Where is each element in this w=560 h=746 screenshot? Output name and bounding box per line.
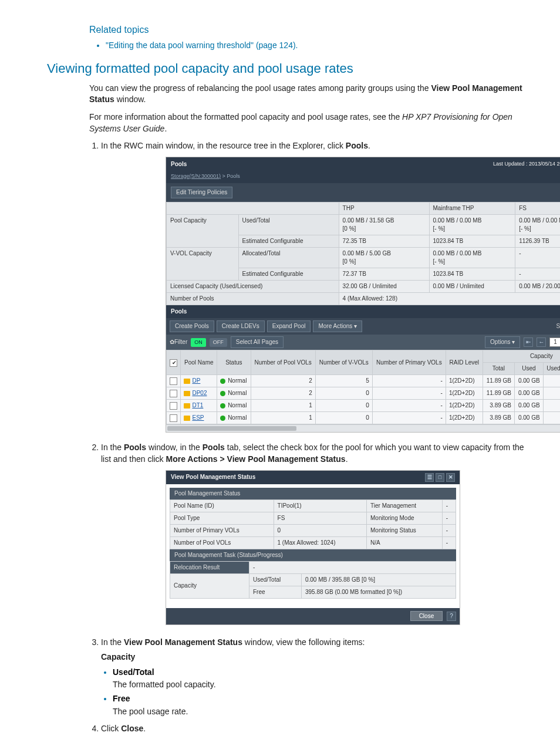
- titlebar: View Pool Management Status ☰ □ ✕: [166, 471, 460, 484]
- titlebar: Pools Last Updated : 2013/05/14 20:51 ↻ …: [166, 157, 560, 171]
- filter-off[interactable]: OFF: [210, 338, 227, 347]
- close-icon[interactable]: ✕: [446, 473, 455, 482]
- bold: View Pool Management Status: [124, 637, 242, 647]
- cell: 0.00 MB / 20.00 TB: [515, 281, 560, 293]
- col-pool-name[interactable]: Pool Name: [181, 350, 217, 375]
- row-checkbox[interactable]: [170, 414, 177, 422]
- pool-name-link[interactable]: ESP: [192, 414, 204, 421]
- col-raid[interactable]: RAID Level: [446, 350, 483, 375]
- text: .: [164, 124, 167, 133]
- table-row[interactable]: ESPNormal10-1(2D+2D)3.89 GB0.00 GB0: [167, 412, 561, 424]
- status-dot-icon: [220, 391, 225, 396]
- col-fs: FS: [515, 202, 560, 215]
- view-pool-mgmt-status-screenshot: View Pool Management Status ☰ □ ✕ Pool M…: [166, 470, 460, 625]
- pool-name-link[interactable]: DP02: [192, 390, 207, 396]
- pools-window-screenshot: Pools Last Updated : 2013/05/14 20:51 ↻ …: [166, 157, 560, 433]
- page-first-icon[interactable]: ⇤: [524, 337, 533, 347]
- value: -: [442, 512, 456, 524]
- cell: 32.00 GB / Unlimited: [339, 281, 429, 293]
- text: In the: [101, 443, 124, 452]
- col-total[interactable]: Total: [483, 363, 514, 375]
- expand-pool-button[interactable]: Expand Pool: [267, 320, 311, 332]
- text: In the RWC main window, in the resource …: [101, 141, 346, 150]
- table-row[interactable]: DT1Normal10-1(2D+2D)3.89 GB0.00 GB0: [167, 400, 561, 412]
- free-value: 395.88 GB (0.00 MB formatted [0 %]): [301, 586, 456, 598]
- breadcrumb-storage[interactable]: Storage(S/N:300001): [171, 173, 221, 179]
- related-link[interactable]: "Editing the data pool warning threshold…: [106, 40, 525, 52]
- task-row: Pool Management Task (Status/Progress): [170, 549, 456, 561]
- text: .: [368, 141, 370, 150]
- row-est-conf: Estimated Configurable: [238, 268, 339, 281]
- col-check[interactable]: [167, 350, 181, 375]
- filter-label[interactable]: ✿Filter: [170, 338, 187, 346]
- col-status[interactable]: Status: [217, 350, 251, 375]
- sep: >: [221, 173, 227, 179]
- status-dot-icon: [220, 416, 225, 421]
- value: 1 (Max Allowed: 1024): [274, 536, 366, 549]
- create-ldevs-button[interactable]: Create LDEVs: [217, 320, 265, 332]
- filter-icon[interactable]: ☰: [425, 473, 434, 482]
- free-label: Free: [249, 586, 301, 598]
- more-actions-button[interactable]: More Actions ▾: [313, 320, 362, 332]
- filter-on[interactable]: ON: [191, 338, 206, 347]
- cell: 1126.39 TB: [515, 235, 560, 248]
- text: window, view the following items:: [242, 637, 365, 647]
- capacity-heading: Capacity: [101, 652, 525, 663]
- cell: 0.00 MB / 5.00 GB[0 %]: [339, 248, 429, 268]
- page-prev-icon[interactable]: ←: [537, 337, 546, 347]
- label: Monitoring Status: [367, 524, 443, 536]
- col-used[interactable]: Used: [515, 363, 544, 375]
- col-nvvol[interactable]: Number of V-VOLs: [315, 350, 372, 375]
- row-checkbox[interactable]: [170, 390, 177, 397]
- window-title: View Pool Management Status: [171, 473, 255, 481]
- steps-list: In the RWC main window, in the resource …: [89, 140, 525, 735]
- col-npool[interactable]: Number of Pool VOLs: [251, 350, 315, 375]
- horizontal-scrollbar[interactable]: [166, 424, 560, 432]
- edit-tiering-policies-button[interactable]: Edit Tiering Policies: [171, 187, 232, 198]
- col-capacity[interactable]: Capacity: [483, 350, 560, 363]
- col-thp: THP: [339, 202, 429, 215]
- page-current[interactable]: 1: [549, 337, 560, 347]
- label: Monitoring Mode: [367, 512, 443, 524]
- pool-name-link[interactable]: DP: [192, 377, 200, 384]
- help-icon[interactable]: ?: [447, 612, 456, 621]
- value: FS: [274, 512, 366, 524]
- maximize-icon[interactable]: □: [436, 473, 444, 482]
- cell: -: [515, 268, 560, 281]
- label: Pool Name (ID): [170, 499, 274, 512]
- item-title: Free: [113, 694, 130, 703]
- text: .: [143, 724, 146, 733]
- close-button[interactable]: Close: [410, 611, 443, 621]
- options-button[interactable]: Options ▾: [485, 336, 520, 348]
- breadcrumb-pools: Pools: [227, 173, 240, 179]
- col-nprim[interactable]: Number of Primary VOLs: [372, 350, 446, 375]
- table-row[interactable]: DPNormal25-1(2D+2D)11.89 GB0.00 GB0: [167, 375, 561, 387]
- text: .: [346, 454, 348, 464]
- col-usedp[interactable]: Used (%): [543, 363, 560, 375]
- step-4: Click Close.: [101, 723, 525, 735]
- pool-icon: [184, 379, 190, 384]
- item-title: Used/Total: [113, 667, 154, 677]
- row-checkbox[interactable]: [170, 402, 177, 410]
- capacity-label: Capacity: [170, 573, 249, 598]
- pool-mgmt-status-sub: Pool Management Status: [170, 488, 456, 499]
- text: In the: [101, 637, 124, 647]
- label: Tier Management: [367, 499, 443, 512]
- summary-table: THP Mainframe THP FS Pool Capacity Used/…: [166, 202, 560, 305]
- row-pool-capacity: Pool Capacity: [167, 215, 239, 248]
- text: Click: [101, 724, 121, 733]
- section-heading: Viewing formatted pool capacity and pool…: [47, 60, 525, 78]
- value: -: [442, 536, 456, 549]
- breadcrumb: Storage(S/N:300001) > Pools: [166, 171, 560, 184]
- row-checkbox[interactable]: [170, 377, 177, 385]
- value: -: [442, 499, 456, 512]
- pools-grid: Pool Name Status Number of Pool VOLs Num…: [166, 350, 560, 424]
- bold: Pools: [124, 443, 146, 452]
- pool-name-link[interactable]: DT1: [192, 402, 203, 409]
- cell: 4 (Max Allowed: 128): [339, 293, 560, 305]
- table-row[interactable]: DP02Normal20-1(2D+2D)11.89 GB0.00 GB0: [167, 387, 561, 400]
- select-all-pages-button[interactable]: Select All Pages: [231, 336, 284, 348]
- intro-paragraph-1: You can view the progress of rebalancing…: [89, 83, 525, 106]
- text: You can view the progress of rebalancing…: [89, 83, 431, 93]
- create-pools-button[interactable]: Create Pools: [170, 320, 214, 332]
